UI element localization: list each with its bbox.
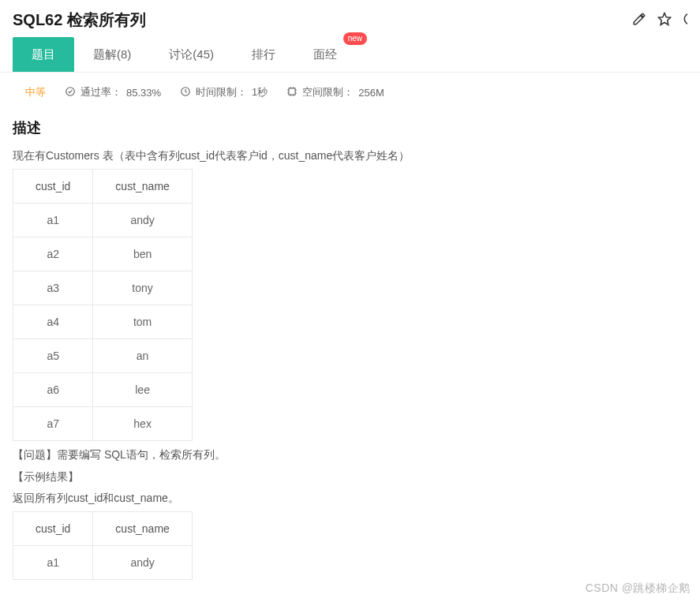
customers-table-1: cust_id cust_name a1andya2bena3tonya4tom… bbox=[13, 169, 193, 441]
table-cell: lee bbox=[93, 372, 192, 406]
intro-text: 现在有Customers 表（表中含有列cust_id代表客户id，cust_n… bbox=[13, 147, 687, 166]
table-cell: a2 bbox=[13, 237, 93, 271]
table-cell: a1 bbox=[13, 546, 93, 580]
check-icon bbox=[65, 86, 76, 99]
space-value: 256M bbox=[358, 87, 384, 99]
difficulty-badge: 中等 bbox=[25, 85, 46, 99]
tab-problem[interactable]: 题目 bbox=[13, 37, 74, 72]
tab-interview-label: 面经 bbox=[313, 47, 337, 61]
tab-discussion[interactable]: 讨论(45) bbox=[150, 37, 233, 72]
table-row: a1andy bbox=[13, 546, 193, 580]
svg-point-2 bbox=[66, 87, 75, 95]
example-heading: 【示例结果】 bbox=[13, 468, 687, 487]
pass-label: 通过率： bbox=[80, 85, 122, 99]
table-cell: a4 bbox=[13, 305, 93, 338]
page-header: SQL62 检索所有列 bbox=[0, 0, 700, 37]
table-cell: a3 bbox=[13, 271, 93, 305]
table-cell: ben bbox=[93, 237, 192, 271]
more-icon[interactable] bbox=[683, 12, 687, 29]
table-row: a5an bbox=[13, 338, 193, 372]
th2-cust-name: cust_name bbox=[93, 512, 192, 546]
table-cell: tony bbox=[93, 271, 192, 305]
space-label: 空间限制： bbox=[302, 85, 354, 99]
page-title: SQL62 检索所有列 bbox=[13, 9, 146, 31]
svg-rect-4 bbox=[289, 88, 295, 94]
th-cust-id: cust_id bbox=[13, 169, 93, 203]
tab-solutions[interactable]: 题解(8) bbox=[74, 37, 150, 72]
clock-icon bbox=[180, 86, 191, 99]
table-cell: a7 bbox=[13, 406, 93, 440]
memory-icon bbox=[286, 86, 298, 99]
table-row: a3tony bbox=[13, 271, 193, 305]
customers-table-2: cust_id cust_name a1andy bbox=[13, 511, 193, 580]
table-row: a1andy bbox=[13, 203, 193, 237]
meta-row: 中等 通过率： 85.33% 时间限制： 1秒 空间限制： 256M bbox=[0, 73, 700, 112]
header-actions bbox=[632, 12, 687, 29]
tab-ranking[interactable]: 排行 bbox=[233, 37, 294, 72]
pass-rate: 通过率： 85.33% bbox=[65, 85, 161, 99]
th-cust-name: cust_name bbox=[93, 169, 192, 203]
table-cell: hex bbox=[93, 406, 192, 440]
table-row: a7hex bbox=[13, 406, 193, 440]
watermark: CSDN @跳楼梯企鹅 bbox=[586, 581, 691, 596]
table-cell: andy bbox=[93, 203, 192, 237]
time-limit: 时间限制： 1秒 bbox=[180, 85, 268, 99]
star-icon[interactable] bbox=[657, 12, 672, 29]
edit-icon[interactable] bbox=[632, 12, 646, 29]
table-cell: a1 bbox=[13, 203, 93, 237]
tabs: 题目 题解(8) 讨论(45) 排行 面经 new bbox=[0, 37, 700, 73]
space-limit: 空间限制： 256M bbox=[286, 85, 384, 99]
table-row: a6lee bbox=[13, 372, 193, 406]
time-value: 1秒 bbox=[252, 85, 268, 99]
tab-interview[interactable]: 面经 new bbox=[294, 37, 356, 72]
table-cell: a5 bbox=[13, 338, 93, 372]
table-cell: tom bbox=[93, 305, 192, 338]
table-cell: an bbox=[93, 338, 192, 372]
table-cell: andy bbox=[93, 546, 192, 580]
desc-heading: 描述 bbox=[13, 118, 687, 137]
table-row: a4tom bbox=[13, 305, 193, 338]
svg-point-1 bbox=[684, 13, 687, 24]
content: 描述 现在有Customers 表（表中含有列cust_id代表客户id，cus… bbox=[0, 118, 700, 580]
table-cell: a6 bbox=[13, 372, 93, 406]
example-return: 返回所有列cust_id和cust_name。 bbox=[13, 489, 687, 508]
question-line: 【问题】需要编写 SQL语句，检索所有列。 bbox=[13, 446, 687, 465]
pass-value: 85.33% bbox=[126, 87, 161, 99]
new-badge: new bbox=[343, 32, 367, 45]
table-row: a2ben bbox=[13, 237, 193, 271]
time-label: 时间限制： bbox=[196, 85, 247, 99]
th2-cust-id: cust_id bbox=[13, 512, 93, 546]
svg-marker-0 bbox=[659, 13, 671, 24]
